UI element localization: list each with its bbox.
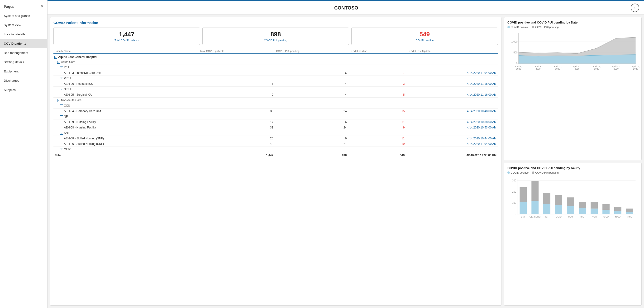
positive: 5 [348, 92, 406, 98]
table-row[interactable]: −OLTC [54, 147, 498, 152]
facility-name: AEH-09 - Nursing Facility [54, 120, 198, 125]
expand-icon[interactable]: − [60, 148, 63, 151]
table-row[interactable]: AEH-08 - Nursing Facility332494/14/2020 … [54, 125, 498, 130]
expand-icon[interactable]: − [60, 116, 63, 118]
svg-text:0: 0 [515, 212, 516, 215]
svg-text:NF: NF [546, 216, 548, 218]
category-name: −PICU [54, 76, 498, 81]
positive: 9 [348, 125, 406, 130]
last-update: 4/14/2020 10:48:00 AM [406, 108, 498, 114]
covid-section-title: COVID Patient Information [54, 21, 498, 25]
col-header: Facility Name [54, 49, 198, 54]
total-covid: 20 [198, 136, 274, 141]
bar-pui [532, 181, 538, 201]
svg-text:April 11,: April 11, [573, 65, 581, 68]
expand-icon[interactable]: − [60, 66, 63, 69]
expand-icon[interactable]: − [57, 99, 60, 102]
table-row[interactable]: −Alpine East General Hospital [54, 54, 498, 59]
svg-text:GENSURG: GENSURG [530, 216, 541, 218]
table-row[interactable]: AEH-04 - Coronary Care Unit3924154/14/20… [54, 108, 498, 114]
bar-pui [590, 202, 598, 208]
positive: 7 [348, 70, 406, 76]
bar-positive [520, 202, 527, 214]
bar-pui [567, 197, 574, 206]
expand-icon[interactable]: − [57, 61, 60, 64]
table-row[interactable]: −NF [54, 114, 498, 120]
facility-name: AEH-06 - Skilled Nursing (SNF) [54, 141, 198, 147]
expand-icon[interactable]: − [60, 132, 63, 135]
sidebar-item-discharges[interactable]: Discharges [0, 76, 47, 85]
pui: 24 [274, 125, 348, 130]
table-row[interactable]: AEH-06 - Pediatric ICU7434/14/2020 11:16… [54, 81, 498, 87]
category-name: −OLTC [54, 147, 498, 152]
positive: 3 [348, 81, 406, 87]
table-row[interactable]: AEH-09 - Nursing Facility176114/14/2020 … [54, 120, 498, 125]
table-row[interactable]: −SICU [54, 87, 498, 92]
sidebar-item-covid-patients[interactable]: COVID patients [0, 39, 47, 48]
category-name: −ICU [54, 65, 498, 70]
category-name: −SICU [54, 87, 498, 92]
total-date: 4/14/2020 12:35:00 PM [406, 152, 498, 158]
table-row[interactable]: AEH-08 - Skilled Nursing (SNF)209114/14/… [54, 136, 498, 141]
total-positive: 549 [348, 152, 406, 158]
col-header: COVID PUI pending [274, 49, 348, 54]
expand-icon[interactable]: − [60, 77, 63, 80]
positive: 19 [348, 141, 406, 147]
total-pui: 898 [274, 152, 348, 158]
table-row[interactable]: −ICU [54, 65, 498, 70]
sidebar-item-location-details[interactable]: Location details [0, 30, 47, 39]
svg-text:2020: 2020 [575, 68, 580, 70]
facility-name: AEH-06 - Pediatric ICU [54, 81, 198, 87]
legend-dot [508, 26, 510, 28]
total-label: Total [54, 152, 198, 158]
table-row[interactable]: AEH-03 - Intensive Care Unit13674/14/202… [54, 70, 498, 76]
pui: 4 [274, 81, 348, 87]
table-container[interactable]: Facility NameTotal COVID patientsCOVID P… [54, 49, 498, 302]
chart1-legend: COVID positive COVID PUI pending [508, 26, 638, 28]
svg-text:200: 200 [512, 190, 516, 193]
sidebar-item-bed-management[interactable]: Bed management [0, 48, 47, 58]
expand-icon[interactable]: − [60, 104, 63, 107]
pui: 6 [274, 120, 348, 125]
svg-text:SICU: SICU [604, 216, 609, 218]
expand-icon[interactable]: − [60, 88, 63, 91]
bar-positive [543, 204, 550, 214]
col-header: COVID Last Update [406, 49, 498, 54]
bar-positive [590, 208, 598, 214]
sidebar-item-system-at-a-glance[interactable]: System at a glance [0, 11, 47, 20]
kpi-card: 549 COVID positive [351, 28, 498, 45]
expand-icon[interactable]: − [54, 56, 57, 59]
table-row[interactable]: AEH-06 - Skilled Nursing (SNF)4021194/14… [54, 141, 498, 147]
kpi-label: COVID PUI pending [206, 39, 345, 42]
kpi-label: Total COVID patients [58, 39, 196, 42]
table-row[interactable]: −CCU [54, 103, 498, 108]
svg-text:2020: 2020 [633, 68, 638, 70]
sidebar-item-system-view[interactable]: System view [0, 20, 47, 30]
chart2-area: 0 100 200 300 [508, 176, 638, 302]
back-button[interactable]: ← [631, 4, 639, 12]
svg-text:OLTC: OLTC [556, 216, 562, 218]
table-row[interactable]: AEH-05 - Surgical ICU9454/14/2020 11:16:… [54, 92, 498, 98]
total-covid: 17 [198, 120, 274, 125]
total-value: 1,447 [198, 152, 274, 158]
legend-item: COVID PUI pending [532, 171, 558, 174]
chart1-area: 0 500 1,000 April 8, 2020April 9, 2020Ap… [508, 30, 638, 157]
bar-pui [602, 204, 610, 210]
legend-dot [508, 172, 510, 174]
legend-label: COVID positive [511, 171, 528, 174]
table-row[interactable]: −Non-Acute Care [54, 98, 498, 103]
sidebar-item-equipment[interactable]: Equipment [0, 67, 47, 76]
svg-text:NUR: NUR [592, 216, 596, 218]
bar-positive [626, 212, 633, 214]
sidebar-item-staffing-details[interactable]: Staffing details [0, 58, 47, 67]
table-row[interactable]: −PICU [54, 76, 498, 81]
svg-text:April 8,: April 8, [515, 65, 522, 68]
total-covid: 13 [198, 70, 274, 76]
table-row[interactable]: −SNF [54, 130, 498, 136]
sidebar-item-supplies[interactable]: Supplies [0, 85, 47, 94]
last-update: 4/14/2020 10:38:00 AM [406, 120, 498, 125]
facility-name: AEH-04 - Coronary Care Unit [54, 108, 198, 114]
bar-positive [555, 205, 562, 214]
table-row[interactable]: −Acute Care [54, 59, 498, 65]
close-icon[interactable]: ✕ [40, 4, 44, 9]
